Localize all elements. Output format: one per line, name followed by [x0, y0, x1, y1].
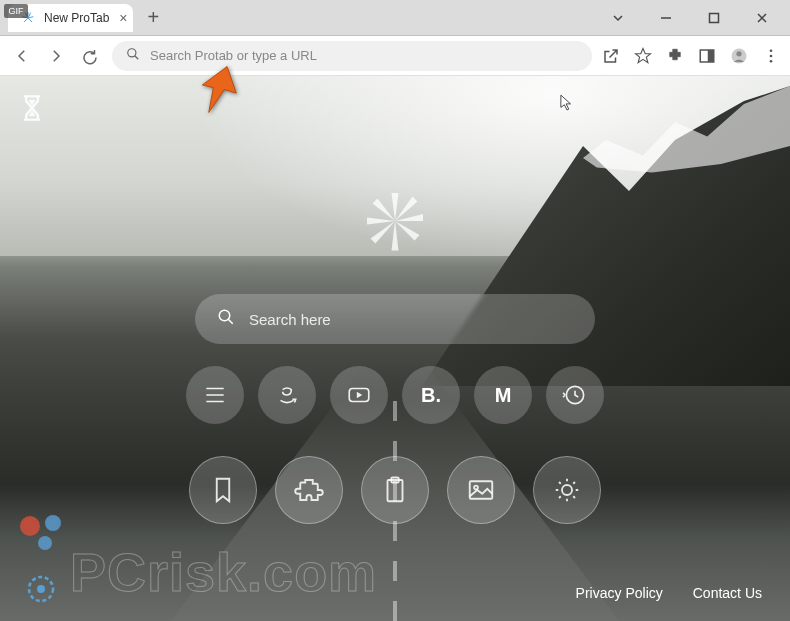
- tool-bookmark[interactable]: [189, 456, 257, 524]
- page-search-input[interactable]: [249, 311, 573, 328]
- svg-point-18: [45, 515, 61, 531]
- window-controls: [598, 4, 782, 32]
- svg-rect-0: [710, 13, 719, 22]
- shortcut-amazon[interactable]: [258, 366, 316, 424]
- svg-point-19: [38, 536, 52, 550]
- footer-links: Privacy Policy Contact Us: [576, 585, 762, 601]
- tool-image[interactable]: [447, 456, 515, 524]
- shortcut-booking[interactable]: B.: [402, 366, 460, 424]
- new-tab-button[interactable]: +: [141, 6, 165, 30]
- shortcut-list[interactable]: [186, 366, 244, 424]
- close-button[interactable]: [742, 4, 782, 32]
- minimize-button[interactable]: [646, 4, 686, 32]
- shortcut-gmail[interactable]: M: [474, 366, 532, 424]
- search-icon: [217, 308, 235, 330]
- booking-letter: B.: [421, 384, 441, 407]
- chevron-down-icon[interactable]: [598, 4, 638, 32]
- address-bar[interactable]: [112, 41, 592, 71]
- extensions-icon[interactable]: [666, 47, 684, 65]
- toolbar: [0, 36, 790, 76]
- shortcuts-row-1: B. M: [186, 366, 604, 424]
- reload-button[interactable]: [78, 44, 102, 68]
- page-content: B. M Privacy Policy Contact Us PCrisk.co…: [0, 76, 790, 621]
- tool-weather[interactable]: [533, 456, 601, 524]
- svg-point-7: [770, 54, 773, 57]
- tool-extension[interactable]: [275, 456, 343, 524]
- address-input[interactable]: [150, 48, 578, 63]
- gif-badge: GIF: [4, 4, 28, 18]
- shortcut-history[interactable]: [546, 366, 604, 424]
- watermark-gear-icon: [25, 573, 57, 605]
- privacy-link[interactable]: Privacy Policy: [576, 585, 663, 601]
- svg-point-6: [770, 49, 773, 52]
- back-button[interactable]: [10, 44, 34, 68]
- shortcuts-row-2: [189, 456, 601, 524]
- tab-close-icon[interactable]: ×: [119, 10, 127, 26]
- svg-point-1: [128, 48, 136, 56]
- background-image: [0, 76, 790, 621]
- bookmark-star-icon[interactable]: [634, 47, 652, 65]
- gmail-letter: M: [495, 384, 512, 407]
- toolbar-actions: [602, 47, 780, 65]
- watermark-dots-icon: [15, 511, 75, 561]
- sunrays-logo-icon: [360, 186, 430, 256]
- svg-point-16: [562, 485, 572, 495]
- page-search-box[interactable]: [195, 294, 595, 344]
- forward-button[interactable]: [44, 44, 68, 68]
- sidepanel-icon[interactable]: [698, 47, 716, 65]
- search-icon: [126, 47, 140, 65]
- svg-point-17: [20, 516, 40, 536]
- share-icon[interactable]: [602, 47, 620, 65]
- svg-point-8: [770, 59, 773, 62]
- tab-title: New ProTab: [44, 11, 109, 25]
- contact-link[interactable]: Contact Us: [693, 585, 762, 601]
- svg-point-15: [474, 486, 478, 490]
- svg-point-5: [736, 51, 741, 56]
- svg-point-21: [37, 585, 45, 593]
- svg-rect-3: [708, 50, 714, 62]
- profile-icon[interactable]: [730, 47, 748, 65]
- hourglass-icon[interactable]: [18, 94, 46, 122]
- tool-clipboard[interactable]: [361, 456, 429, 524]
- shortcut-youtube[interactable]: [330, 366, 388, 424]
- titlebar: New ProTab × +: [0, 0, 790, 36]
- maximize-button[interactable]: [694, 4, 734, 32]
- svg-point-9: [219, 310, 230, 321]
- menu-icon[interactable]: [762, 47, 780, 65]
